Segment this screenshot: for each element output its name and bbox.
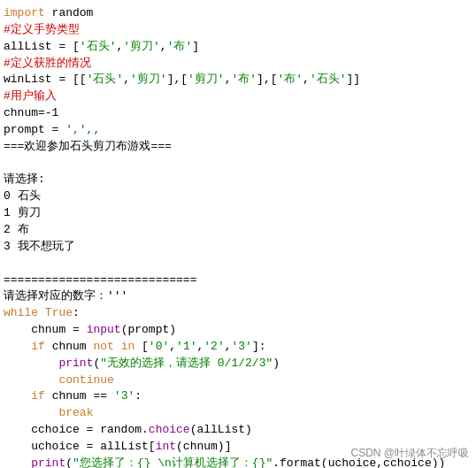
line-equals: ============================ [4, 272, 472, 289]
line-13: 2 布 [4, 222, 472, 239]
line-8: prompt = ',',, [4, 122, 472, 139]
line-11: 0 石头 [4, 188, 472, 205]
line-3: allList = ['石头','剪刀','布'] [4, 39, 472, 56]
line-4: #定义获胜的情况 [4, 56, 472, 73]
line-blank-1 [4, 156, 472, 173]
line-5: winList = [['石头','剪刀'],['剪刀','布'],['布','… [4, 72, 472, 88]
line-10: 请选择: [4, 172, 472, 188]
line-2: #定义手势类型 [4, 22, 472, 39]
line-print-invalid: print("无效的选择，请选择 0/1/2/3") [4, 356, 472, 372]
line-break: break [4, 405, 472, 422]
line-6: #用户输入 [4, 88, 472, 105]
watermark: CSDN @叶绿体不忘呼吸 [350, 446, 469, 461]
line-9: ===欢迎参加石头剪刀布游戏=== [4, 139, 472, 156]
line-if-3: if chnum == '3': [4, 388, 472, 405]
line-chnum-input: chnum = input(prompt) [4, 322, 472, 339]
line-cchoice: cchoice = random.choice(allList) [4, 422, 472, 439]
line-continue: continue [4, 372, 472, 389]
line-while: while True: [4, 305, 472, 322]
code-container: import random #定义手势类型 allList = ['石头','剪… [0, 0, 476, 468]
line-prompt-out: 请选择对应的数字：''' [4, 288, 472, 305]
line-7: chnum=-1 [4, 105, 472, 122]
line-if-not-in: if chnum not in ['0','1','2','3']: [4, 339, 472, 356]
line-blank-2 [4, 256, 472, 272]
line-12: 1 剪刀 [4, 205, 472, 222]
line-14: 3 我不想玩了 [4, 239, 472, 256]
line-1: import random [4, 5, 472, 22]
